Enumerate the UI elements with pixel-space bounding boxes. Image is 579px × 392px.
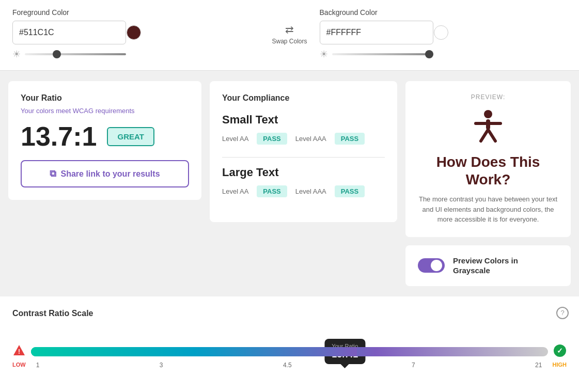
swap-arrows-icon: ⇄ [285,23,294,36]
small-aaa-level: Level AAA [295,135,326,143]
copy-icon: ⧉ [50,168,56,179]
person-figure-icon [473,109,504,145]
ratio-title: Your Ratio [21,93,189,103]
swap-colors-button[interactable]: ⇄ Swap Colors [259,23,319,45]
ratio-whole: 13.7 [21,121,73,151]
ratio-display: 13.7:1 GREAT [21,123,189,150]
preview-heading: How Does This Work? [418,153,558,188]
main-content: Your Ratio Your colors meet WCAG require… [0,71,579,296]
foreground-color-group: Foreground Color ☀ [12,8,259,60]
fg-sun-icon: ☀ [12,49,21,60]
grayscale-toggle[interactable] [418,258,445,273]
fg-label: Foreground Color [12,8,259,17]
ratio-suffix: :1 [73,121,97,151]
low-warning-icon: ! [12,344,26,359]
small-aaa-badge: PASS [335,133,365,145]
scale-bottom: LOW 1 3 4.5 7 21 HIGH [12,362,567,369]
large-text-heading: Large Text [222,166,385,179]
share-link-button[interactable]: ⧉ Share link to your results [21,160,189,187]
right-column: PREVIEW: How Does This Work? The more co… [405,81,571,286]
scale-num-4-5: 4.5 [283,362,292,369]
help-icon[interactable]: ? [556,307,569,319]
fg-slider-row: ☀ [12,49,126,60]
bg-swatch [434,25,448,40]
scale-num-labels: 1 3 4.5 7 21 [36,362,542,369]
left-column: Your Ratio Your colors meet WCAG require… [8,81,210,286]
fg-swatch [127,25,141,40]
compliance-title: Your Compliance [222,93,385,103]
fg-input[interactable] [19,28,122,37]
bg-input[interactable] [326,28,430,37]
small-aa-badge: PASS [257,133,287,145]
small-text-section: Small Text Level AA PASS Level AAA PASS [222,113,385,145]
bg-sun-icon: ☀ [320,49,328,60]
grayscale-card: Preview Colors in Grayscale [405,245,571,286]
toggle-slider [418,258,445,273]
scale-bar [31,347,548,356]
scale-num-1: 1 [36,362,40,369]
ratio-number: 13.7:1 [21,123,97,150]
scale-bar-wrapper: ! ✓ [12,344,567,359]
bg-label: Background Color [320,8,567,17]
scale-title: Contrast Ratio Scale [12,309,567,318]
small-text-heading: Small Text [222,113,385,127]
share-label: Share link to your results [60,169,160,179]
bg-input-row[interactable] [320,21,433,44]
large-text-section: Large Text Level AA PASS Level AAA PASS [222,166,385,197]
grayscale-label: Preview Colors in Grayscale [453,256,518,276]
small-aa-level: Level AA [222,135,248,143]
preview-label: PREVIEW: [418,93,558,101]
svg-point-0 [484,110,492,118]
compliance-card: Your Compliance Small Text Level AA PASS… [210,81,397,222]
scale-num-3: 3 [160,362,163,369]
svg-line-3 [481,130,488,141]
svg-text:✓: ✓ [557,347,563,355]
scale-num-21: 21 [535,362,542,369]
large-text-aa-row: Level AA PASS Level AAA PASS [222,185,385,197]
high-label: HIGH [553,362,567,368]
middle-column: Your Compliance Small Text Level AA PASS… [210,81,397,286]
small-text-aa-row: Level AA PASS Level AAA PASS [222,133,385,145]
preview-body-text: The more contrast you have between your … [418,194,558,225]
low-label: LOW [12,362,26,368]
great-badge: GREAT [107,127,154,146]
background-color-group: Background Color ☀ [320,8,567,60]
bg-slider-row: ☀ [320,49,433,60]
svg-line-4 [488,130,495,141]
ratio-card: Your Ratio Your colors meet WCAG require… [8,81,201,200]
scale-num-7: 7 [412,362,415,369]
large-aa-level: Level AA [222,187,248,195]
wcag-note: Your colors meet WCAG requirements [21,107,189,115]
scale-bar-fill [31,347,357,356]
large-aaa-badge: PASS [335,185,365,197]
fg-slider[interactable] [25,53,126,55]
bg-slider[interactable] [332,53,433,55]
large-aaa-level: Level AAA [295,187,326,195]
svg-text:!: ! [18,348,20,355]
preview-card: PREVIEW: How Does This Work? The more co… [405,81,571,237]
large-aa-badge: PASS [257,185,287,197]
bottom-section: Contrast Ratio Scale ? Your Ratio 13.7:1… [0,296,579,392]
swap-label: Swap Colors [272,38,307,45]
top-panel: Foreground Color ☀ ⇄ Swap Colors Backgro… [0,0,579,71]
compliance-divider [222,157,385,158]
scale-container: Your Ratio 13.7:1 ! ✓ [12,344,567,384]
fg-input-row[interactable] [12,21,126,44]
high-check-icon: ✓ [553,344,567,359]
